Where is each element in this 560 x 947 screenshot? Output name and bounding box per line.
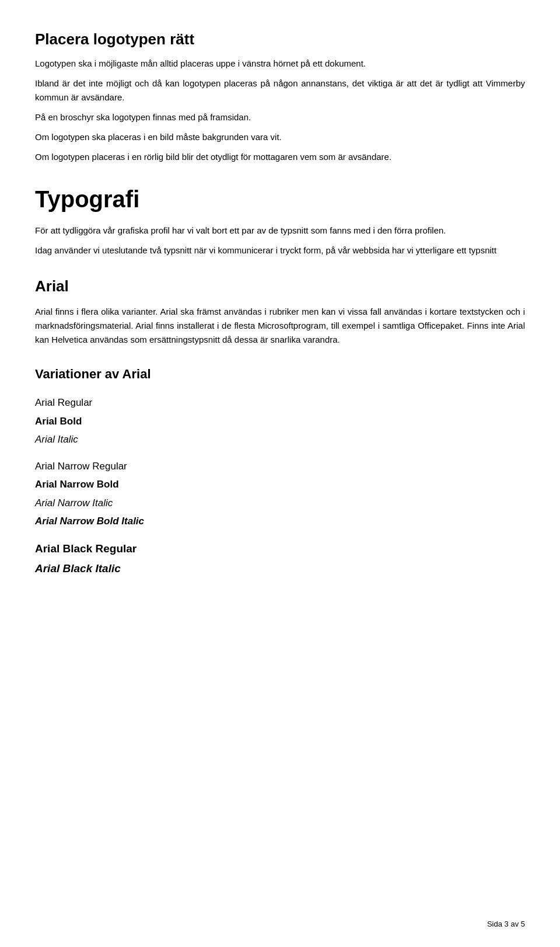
logotypen-para-3: På en broschyr ska logotypen finnas med … [35, 110, 525, 124]
logotypen-title: Placera logotypen rätt [35, 28, 525, 51]
arial-para-1: Arial finns i flera olika varianter. Ari… [35, 305, 525, 347]
variationer-section: Variationer av Arial Arial Regular Arial… [35, 364, 525, 577]
variationer-title: Variationer av Arial [35, 364, 525, 384]
logotypen-para-5: Om logotypen placeras i en rörlig bild b… [35, 150, 525, 164]
arial-regular-sample: Arial Regular [35, 395, 525, 410]
narrow-regular-sample: Arial Narrow Regular [35, 459, 525, 474]
narrow-bold-italic-sample: Arial Narrow Bold Italic [35, 514, 525, 529]
logotypen-para-1: Logotypen ska i möjligaste mån alltid pl… [35, 57, 525, 71]
page-number: Sida 3 av 5 [487, 920, 525, 928]
logotypen-section: Placera logotypen rätt Logotypen ska i m… [35, 28, 525, 164]
black-samples-group: Arial Black Regular Arial Black Italic [35, 541, 525, 577]
arial-italic-sample: Arial Italic [35, 432, 525, 447]
typografi-para-1: För att tydliggöra vår grafiska profil h… [35, 224, 525, 238]
page: Placera logotypen rätt Logotypen ska i m… [0, 0, 560, 947]
arial-samples-group: Arial Regular Arial Bold Arial Italic [35, 395, 525, 447]
narrow-bold-sample: Arial Narrow Bold [35, 477, 525, 492]
arial-title: Arial [35, 275, 525, 298]
logotypen-para-2: Ibland är det inte möjligt och då kan lo… [35, 76, 525, 105]
black-regular-sample: Arial Black Regular [35, 541, 525, 558]
typografi-section: Typografi För att tydliggöra vår grafisk… [35, 182, 525, 257]
page-footer: Sida 3 av 5 [487, 918, 525, 930]
arial-bold-sample: Arial Bold [35, 414, 525, 429]
arial-section: Arial Arial finns i flera olika variante… [35, 275, 525, 347]
narrow-samples-group: Arial Narrow Regular Arial Narrow Bold A… [35, 459, 525, 529]
typografi-title: Typografi [35, 182, 525, 217]
logotypen-para-4: Om logotypen ska placeras i en bild måst… [35, 130, 525, 144]
narrow-italic-sample: Arial Narrow Italic [35, 496, 525, 511]
typografi-para-2: Idag använder vi uteslutande två typsnit… [35, 243, 525, 257]
black-italic-sample: Arial Black Italic [35, 560, 525, 577]
